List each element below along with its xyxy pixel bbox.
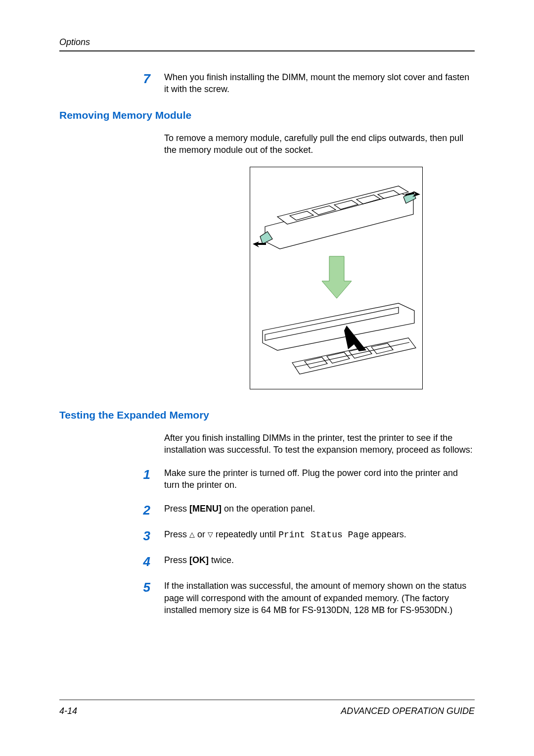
step-number: 4 bbox=[138, 554, 150, 568]
step-number: 7 bbox=[138, 71, 150, 95]
heading-removing: Removing Memory Module bbox=[59, 109, 475, 121]
svg-rect-0 bbox=[257, 243, 266, 245]
step-4: 4 Press [OK] twice. bbox=[138, 554, 475, 568]
testing-intro: After you finish installing DIMMs in the… bbox=[164, 432, 475, 456]
step-2: 2 Press [MENU] on the operation panel. bbox=[138, 503, 475, 517]
key-menu: [MENU] bbox=[189, 504, 222, 514]
body: 7 When you finish installing the DIMM, m… bbox=[109, 71, 475, 616]
text: twice. bbox=[209, 555, 234, 565]
code-print-status: Print Status Page bbox=[278, 530, 369, 540]
up-triangle-icon: △ bbox=[189, 530, 195, 539]
figure-memory-removal bbox=[198, 167, 475, 389]
running-head: Options bbox=[59, 37, 475, 47]
page-header: Options bbox=[59, 37, 475, 51]
heading-testing: Testing the Expanded Memory bbox=[59, 409, 475, 421]
step-text: Press △ or ▽ repeatedly until Print Stat… bbox=[164, 528, 406, 542]
key-ok: [OK] bbox=[189, 555, 209, 565]
page: Options 7 When you finish installing the… bbox=[0, 0, 534, 756]
step-text: If the installation was successful, the … bbox=[164, 580, 475, 616]
text: or bbox=[195, 529, 208, 539]
step-text: Press [OK] twice. bbox=[164, 554, 234, 568]
step-text: Press [MENU] on the operation panel. bbox=[164, 503, 315, 517]
page-number: 4-14 bbox=[59, 706, 77, 716]
step-number: 2 bbox=[138, 503, 150, 517]
step-number: 5 bbox=[138, 580, 150, 616]
step-number: 1 bbox=[138, 467, 150, 491]
footer-book-title: ADVANCED OPERATION GUIDE bbox=[341, 706, 475, 716]
header-rule bbox=[59, 50, 475, 51]
text: Press bbox=[164, 504, 189, 514]
page-footer: 4-14 ADVANCED OPERATION GUIDE bbox=[59, 700, 475, 716]
memory-svg bbox=[250, 167, 423, 390]
text: repeatedly until bbox=[213, 529, 278, 539]
step-5: 5 If the installation was successful, th… bbox=[138, 580, 475, 616]
text: Press bbox=[164, 529, 189, 539]
svg-line-2 bbox=[295, 342, 409, 367]
step-1: 1 Make sure the printer is turned off. P… bbox=[138, 467, 475, 491]
text: on the operation panel. bbox=[222, 504, 315, 514]
footer-rule bbox=[59, 700, 475, 700]
step-text: When you finish installing the DIMM, mou… bbox=[164, 71, 475, 95]
step-text: Make sure the printer is turned off. Plu… bbox=[164, 467, 475, 491]
removing-para: To remove a memory module, carefully pul… bbox=[164, 132, 475, 156]
text: Press bbox=[164, 555, 189, 565]
memory-diagram bbox=[250, 167, 423, 389]
step-7: 7 When you finish installing the DIMM, m… bbox=[138, 71, 475, 95]
step-number: 3 bbox=[138, 528, 150, 542]
text: appears. bbox=[369, 529, 406, 539]
removing-block: To remove a memory module, carefully pul… bbox=[164, 132, 475, 156]
down-triangle-icon: ▽ bbox=[208, 530, 213, 539]
step-3: 3 Press △ or ▽ repeatedly until Print St… bbox=[138, 528, 475, 542]
testing-intro-wrap: After you finish installing DIMMs in the… bbox=[164, 432, 475, 456]
